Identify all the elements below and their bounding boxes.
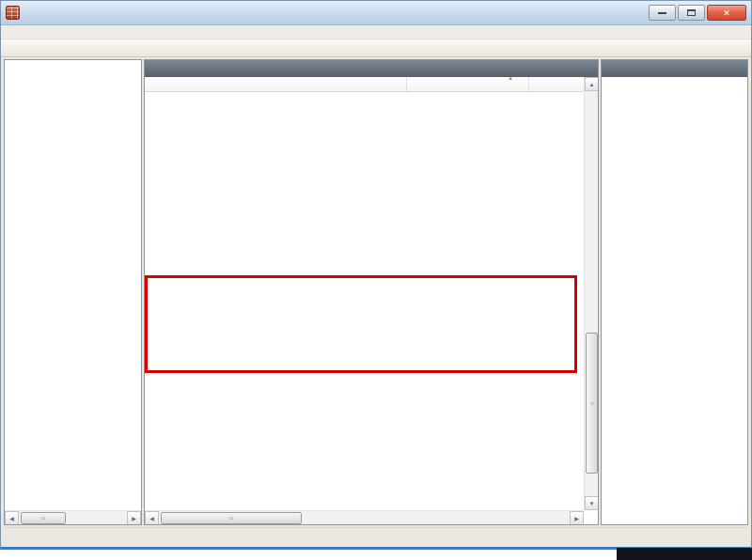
title-bar[interactable]: ✕ (1, 1, 751, 25)
taskbar-fragment[interactable] (617, 548, 752, 560)
tree-horizontal-scrollbar[interactable]: ◀ ≡ ▶ (5, 510, 141, 524)
scrollbar-thumb[interactable]: ≡ (586, 333, 598, 474)
close-button[interactable]: ✕ (707, 5, 746, 21)
toolbar (1, 39, 751, 57)
firewall-icon (6, 6, 20, 20)
content-area: ◀ ≡ ▶ ▲ ▲ ≡ ▼ ◀ ≡ ▶ (4, 59, 748, 525)
column-header-row: ▲ (145, 77, 598, 92)
app-window: ✕ ◀ ≡ ▶ ▲ ▲ ≡ (0, 0, 752, 550)
list-horizontal-scrollbar[interactable]: ◀ ≡ ▶ (145, 510, 584, 524)
scroll-down-icon[interactable]: ▼ (585, 496, 599, 510)
column-header-name[interactable] (145, 77, 407, 91)
close-icon: ✕ (723, 8, 730, 18)
console-tree-pane: ◀ ≡ ▶ (4, 59, 142, 525)
scroll-left-icon[interactable]: ◀ (5, 511, 19, 525)
rules-list (145, 92, 584, 510)
rules-list-pane: ▲ ▲ ≡ ▼ ◀ ≡ ▶ (144, 59, 599, 525)
scroll-left-icon[interactable]: ◀ (145, 511, 159, 525)
minimize-button[interactable] (649, 5, 676, 21)
menu-bar (1, 25, 751, 39)
red-annotation-box (145, 275, 577, 373)
status-bar (4, 527, 748, 546)
scroll-right-icon[interactable]: ▶ (570, 511, 584, 525)
console-tree (5, 60, 141, 510)
actions-pane-header (602, 60, 747, 77)
scrollbar-thumb[interactable]: ≡ (161, 512, 302, 524)
scroll-right-icon[interactable]: ▶ (127, 511, 141, 525)
actions-pane (601, 59, 748, 525)
scrollbar-thumb[interactable]: ≡ (21, 512, 66, 524)
scroll-up-icon[interactable]: ▲ (585, 77, 599, 91)
list-vertical-scrollbar[interactable]: ▲ ≡ ▼ (584, 77, 598, 510)
column-header-group[interactable]: ▲ (407, 77, 529, 91)
maximize-button[interactable] (678, 5, 705, 21)
sort-ascending-icon: ▲ (508, 77, 513, 81)
minimize-icon (658, 11, 666, 14)
maximize-icon (687, 9, 696, 16)
list-pane-header (145, 60, 598, 77)
